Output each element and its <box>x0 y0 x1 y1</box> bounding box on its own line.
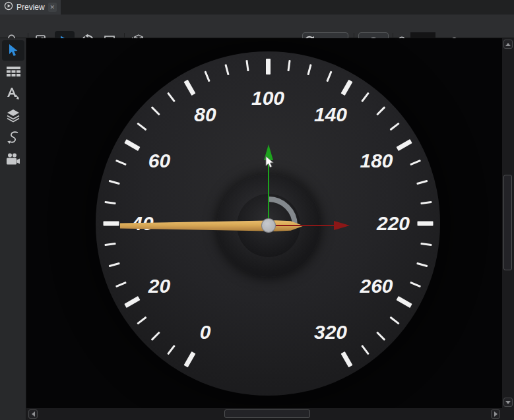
vertical-scroll-thumb[interactable] <box>503 175 512 270</box>
scroll-left-button[interactable] <box>28 409 38 419</box>
scroll-right-button[interactable] <box>491 409 500 419</box>
horizontal-scrollbar[interactable] <box>26 408 502 420</box>
pointer-tool-icon <box>8 44 19 57</box>
arrow-up-icon <box>505 43 511 46</box>
gauge-label: 20 <box>148 275 170 297</box>
sidebar-item-camera[interactable] <box>0 152 26 166</box>
arrow-left-icon <box>32 411 35 417</box>
gauge-label: 140 <box>314 104 347 126</box>
preview-canvas[interactable]: 020406080100140180220260320 <box>26 38 502 408</box>
gauge-label: 60 <box>148 150 170 172</box>
gauge-label: 320 <box>314 321 347 344</box>
gizmo-axis-y[interactable] <box>268 160 269 226</box>
gauge-label: 0 <box>200 321 211 344</box>
scroll-up-button[interactable] <box>503 40 513 49</box>
scrollbar-corner <box>502 408 514 420</box>
scroll-down-button[interactable] <box>503 398 513 407</box>
gizmo-axis-x[interactable] <box>269 225 334 226</box>
toolbar: Restart 100% <box>0 15 514 38</box>
gizmo-origin[interactable] <box>261 218 276 233</box>
gauge-label: 100 <box>251 87 284 109</box>
camera-icon <box>6 153 20 165</box>
tab-preview[interactable]: Preview ✕ <box>0 0 61 15</box>
sidebar <box>0 38 26 420</box>
gauge-tick <box>266 59 271 75</box>
arrow-down-icon <box>505 401 511 404</box>
gauge-label: 260 <box>360 275 393 297</box>
tab-bar: Preview ✕ <box>0 0 514 15</box>
gauge-label: 180 <box>360 150 393 172</box>
sidebar-item-table[interactable] <box>0 65 26 79</box>
tab-label: Preview <box>16 3 45 12</box>
gauge-tick <box>417 222 433 226</box>
arrow-right-icon <box>494 411 498 417</box>
table-icon <box>7 67 20 77</box>
gauge-label: 220 <box>377 212 410 235</box>
mouse-cursor-icon <box>265 156 276 169</box>
gauge-label: 80 <box>194 104 216 126</box>
sidebar-item-pointer[interactable] <box>2 40 24 61</box>
play-circle-icon <box>4 1 13 13</box>
horizontal-scroll-thumb[interactable] <box>224 409 310 418</box>
vertical-scrollbar[interactable] <box>502 38 514 408</box>
sidebar-item-text[interactable] <box>0 86 26 102</box>
sidebar-item-flow[interactable] <box>0 130 26 144</box>
app-window: Preview ✕ <box>0 0 514 420</box>
text-icon <box>6 86 20 101</box>
gizmo-axis-x-arrowhead[interactable] <box>334 221 350 230</box>
curve-arrow-icon <box>7 130 20 144</box>
layers-icon <box>6 109 20 123</box>
sidebar-item-layers[interactable] <box>0 108 26 123</box>
gauge-tick <box>103 222 119 226</box>
tab-close-button[interactable]: ✕ <box>48 3 57 12</box>
